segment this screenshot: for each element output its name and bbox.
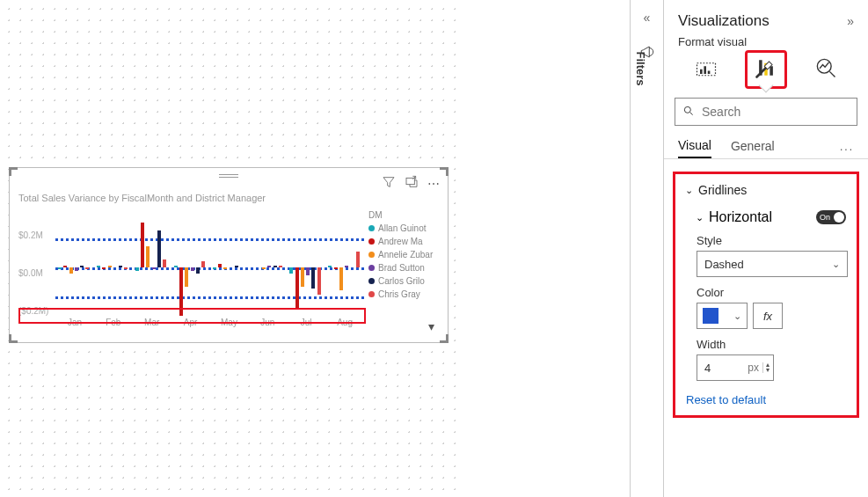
bar [80, 266, 84, 267]
toggle-text: On [820, 213, 830, 222]
bar [146, 246, 150, 267]
legend-text: Chris Gray [378, 289, 420, 299]
bar [97, 266, 100, 267]
x-axis-labels: JanFebMarAprMayJunJulAug [55, 318, 364, 335]
color-swatch [703, 308, 718, 324]
build-visual-icon[interactable] [687, 52, 726, 87]
bar [223, 267, 227, 269]
canvas-padding [457, 0, 630, 497]
tab-more-icon[interactable]: ... [840, 141, 854, 158]
horizontal-expander[interactable]: ⌄ Horizontal On [684, 209, 848, 225]
reset-to-default-link[interactable]: Reset to default [684, 393, 848, 406]
legend-item[interactable]: Allan Guinot [368, 222, 439, 235]
more-options-icon[interactable]: ⋯ [427, 178, 441, 190]
chart-title: Total Sales Variance by FiscalMonth and … [18, 193, 266, 203]
legend-item[interactable]: Annelie Zubar [368, 248, 439, 261]
search-icon [682, 105, 695, 120]
legend-item[interactable]: Andrew Ma [368, 235, 439, 248]
width-input[interactable]: 4 px ▴▾ [697, 354, 774, 381]
legend-scroll-icon[interactable]: ▾ [428, 319, 434, 333]
bar [152, 267, 156, 269]
tab-general[interactable]: General [731, 139, 775, 158]
legend-title: DM [368, 210, 439, 220]
legend-dot [368, 265, 375, 271]
resize-handle-tr[interactable] [440, 167, 449, 176]
format-subtabs: Visual General ... [664, 131, 868, 159]
pane-title: Visualizations [678, 12, 770, 30]
x-tick: Jan [68, 318, 82, 327]
legend-item[interactable]: Brad Sutton [368, 261, 439, 274]
x-tick: May [221, 318, 237, 327]
search-input[interactable] [700, 104, 857, 120]
style-label: Style [697, 234, 848, 247]
bar [274, 266, 277, 267]
legend-text: Allan Guinot [378, 223, 426, 233]
bar [295, 267, 299, 310]
legend-item[interactable]: Chris Gray [368, 288, 439, 301]
focus-mode-icon[interactable] [405, 175, 419, 193]
horizontal-toggle[interactable]: On [816, 210, 846, 224]
bar [311, 267, 315, 289]
color-picker[interactable]: ⌄ [697, 303, 748, 329]
bar [179, 267, 183, 316]
bar [339, 267, 343, 290]
collapse-icon[interactable]: « [644, 11, 651, 25]
bar [191, 267, 194, 271]
filter-icon[interactable] [382, 175, 396, 193]
svg-rect-7 [770, 66, 773, 76]
visualizations-pane: Visualizations » Format visual [663, 0, 868, 497]
gridlines-expander[interactable]: ⌄ Gridlines [684, 183, 848, 197]
bar [334, 267, 338, 269]
gridlines-label: Gridlines [698, 183, 747, 197]
bar [108, 266, 112, 267]
expand-icon[interactable]: » [847, 14, 854, 28]
resize-handle-br[interactable] [440, 334, 449, 343]
bar [102, 267, 106, 269]
bar [124, 267, 128, 269]
bar [69, 267, 73, 274]
resize-handle-tl[interactable] [9, 167, 18, 176]
bar [157, 230, 161, 267]
gridline [55, 238, 364, 241]
legend-dot [368, 291, 375, 297]
legend-dot [368, 252, 375, 258]
svg-point-9 [684, 106, 690, 113]
bar [185, 267, 188, 287]
legend-item[interactable]: Carlos Grilo [368, 274, 439, 288]
style-value: Dashed [704, 258, 744, 271]
analytics-icon[interactable] [806, 52, 845, 87]
legend-dot [368, 278, 375, 284]
drag-grip-icon[interactable] [219, 174, 238, 179]
tab-visual[interactable]: Visual [678, 138, 711, 158]
legend-dot [368, 238, 375, 245]
bar [163, 259, 166, 267]
bar [63, 266, 67, 267]
search-box[interactable] [675, 98, 857, 126]
bar [174, 266, 178, 267]
bar [75, 267, 78, 271]
bar [356, 252, 360, 267]
legend-dot [368, 225, 375, 231]
format-visual-icon[interactable] [747, 52, 785, 87]
chevron-down-icon: ⌄ [695, 212, 704, 223]
spinner-icon[interactable]: ▴▾ [762, 362, 770, 373]
bar [301, 267, 304, 287]
bar [279, 266, 282, 267]
bar [235, 266, 238, 267]
x-tick: Jun [260, 318, 274, 327]
bar [289, 267, 293, 274]
x-tick: Feb [106, 318, 120, 327]
filters-pane-collapsed[interactable]: « Filters [630, 0, 663, 497]
legend-text: Annelie Zubar [378, 250, 433, 259]
bar [218, 264, 222, 267]
fx-button[interactable]: fx [753, 303, 783, 329]
chart-body: $0.2M $0.0M ($0.2M) JanFebMarAprMayJunJu… [18, 210, 364, 335]
bar [85, 267, 89, 269]
pane-action-icons [664, 50, 868, 92]
bar [345, 266, 348, 267]
resize-handle-bl[interactable] [9, 334, 18, 343]
style-dropdown[interactable]: Dashed ⌄ [697, 251, 848, 277]
bar [141, 223, 144, 267]
visual-container[interactable]: ⋯ Total Sales Variance by FiscalMonth an… [9, 167, 449, 343]
x-tick: Apr [184, 318, 198, 327]
